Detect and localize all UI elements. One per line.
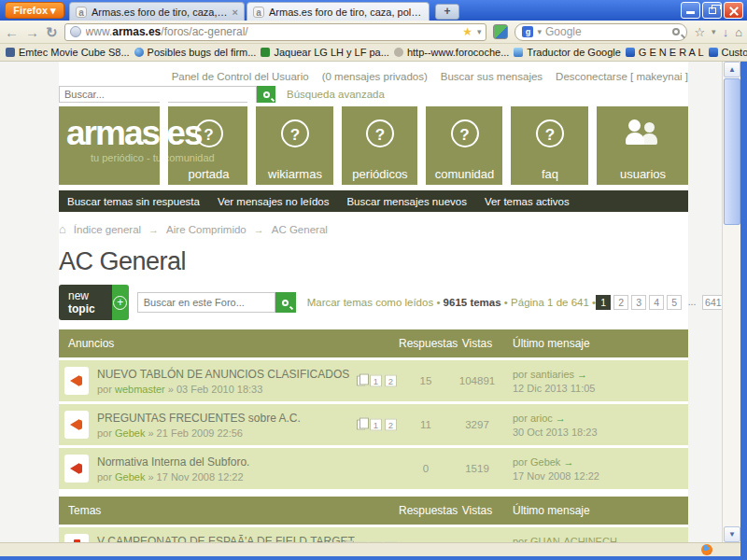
pagination-page[interactable]: 3 — [631, 295, 646, 310]
breadcrumb-link[interactable]: Índice general — [74, 224, 141, 235]
logout-link[interactable]: Desconectarse [ makeynai ] — [556, 71, 688, 82]
topic-meta: por Gebek » 21 Feb 2009 22:56 — [97, 427, 399, 439]
last-post-date: 17 Nov 2008 12:22 — [513, 470, 679, 482]
last-post-author[interactable]: por santiaries — [513, 369, 574, 380]
bookmark-item[interactable]: Jaquear LG LH y LF pa... — [261, 47, 389, 58]
home-icon[interactable]: ⌂ — [735, 25, 742, 39]
extension-icon[interactable] — [493, 24, 508, 39]
url-text[interactable]: www.armas.es/foros/ac-general/ — [86, 25, 458, 38]
nav-item-portada[interactable]: ? portada — [170, 106, 247, 185]
downloads-icon[interactable]: ↓ — [723, 25, 729, 39]
forum-search — [137, 292, 296, 313]
new-topic-plus-button[interactable]: + — [112, 285, 129, 320]
search-engine-dropdown-icon[interactable]: ▾ — [537, 27, 542, 36]
pagination-page[interactable]: 2 — [613, 295, 628, 310]
search-icon[interactable] — [672, 28, 680, 35]
pagination-page[interactable]: 4 — [649, 295, 664, 310]
tab-close-icon[interactable]: × — [233, 7, 238, 18]
bookmark-item[interactable]: http--www.forocoche... — [394, 47, 509, 58]
pagination-page[interactable]: 5 — [667, 295, 682, 310]
scroll-up-icon[interactable]: ▲ — [724, 62, 740, 77]
plus-icon: + — [113, 296, 127, 310]
url-bar[interactable]: www.armas.es/foros/ac-general/ ★ ▾ — [64, 23, 487, 41]
pagination-page[interactable]: 641 — [702, 295, 722, 310]
new-tab-button[interactable]: + — [435, 4, 459, 20]
new-topic-button[interactable]: new topic + — [59, 285, 129, 320]
unanswered-topics-link[interactable]: Buscar temas sin respuesta — [67, 196, 200, 207]
breadcrumb-link[interactable]: Aire Comprimido — [166, 224, 247, 235]
unread-messages-link[interactable]: Ver mensajes no leídos — [218, 196, 330, 207]
navigation-toolbar: ← → ↻ www.armas.es/foros/ac-general/ ★ ▾… — [0, 21, 747, 44]
goto-last-post-icon[interactable]: → — [620, 536, 630, 543]
page-number-button[interactable]: 2 — [385, 419, 397, 431]
table-row[interactable]: NUEVO TABLÓN DE ANUNCIOS CLASIFICADOS po… — [59, 360, 688, 401]
new-messages-link[interactable]: Buscar mensajes nuevos — [346, 196, 466, 207]
bookmark-item[interactable]: Traductor de Google — [514, 47, 620, 58]
page-number-button[interactable]: 1 — [370, 375, 382, 387]
restore-button[interactable] — [702, 2, 722, 19]
banner-divider — [247, 101, 256, 190]
browser-tab-2-active[interactable]: a Armas.es foro de tiro, caza, policial,… — [247, 2, 430, 21]
back-icon[interactable]: ← — [5, 25, 19, 39]
pagination-page-current[interactable]: 1 — [596, 295, 611, 310]
bookmark-favicon-icon — [261, 48, 270, 57]
bookmarks-dropdown-icon[interactable]: ▾ — [712, 27, 716, 36]
goto-last-post-icon[interactable]: → — [556, 413, 566, 424]
scrollbar-thumb[interactable] — [724, 78, 740, 225]
last-post-author[interactable]: por GUAN-ACHINECH — [513, 536, 617, 543]
mark-read-link[interactable]: Marcar temas como leídos — [307, 297, 434, 308]
firefox-status-icon[interactable] — [701, 544, 712, 555]
refresh-icon[interactable]: ↻ — [46, 25, 58, 39]
topic-title[interactable]: Normativa Interna del Subforo. — [97, 455, 399, 469]
close-button[interactable] — [724, 2, 743, 19]
bookmark-star-icon[interactable]: ★ — [462, 25, 472, 38]
search-own-messages-link[interactable]: Buscar sus mensajes — [441, 71, 543, 82]
nav-item-usuarios[interactable]: usuarios — [598, 106, 688, 185]
minimize-button[interactable] — [681, 2, 700, 19]
scroll-down-icon[interactable]: ▼ — [724, 526, 740, 542]
user-control-panel-link[interactable]: Panel de Control del Usuario — [172, 71, 309, 82]
bookmark-item[interactable]: G E N E R A L — [626, 47, 704, 58]
last-post-author[interactable]: por arioc — [513, 413, 553, 424]
table-row[interactable]: V CAMPEONATO DE ESPAÃ'A DE FIELD TARGET … — [59, 527, 688, 542]
table-row[interactable]: Normativa Interna del Subforo. por Gebek… — [59, 448, 688, 489]
quick-search-button[interactable] — [257, 86, 275, 103]
page-number-button[interactable]: 2 — [385, 375, 397, 387]
goto-last-post-icon[interactable]: → — [577, 369, 587, 380]
url-dropdown-icon[interactable]: ▾ — [477, 27, 482, 36]
forward-icon[interactable]: → — [25, 25, 39, 39]
firefox-menu-button[interactable]: Firefox ▾ — [5, 2, 64, 19]
forum-search-button[interactable] — [275, 292, 296, 313]
browser-tab-1[interactable]: a Armas.es foro de tiro, caza, policial,… — [69, 2, 245, 21]
home-icon[interactable]: ⌂ — [59, 222, 66, 236]
bookmarks-widget-icon[interactable]: ☆ — [694, 25, 705, 39]
topic-title[interactable]: PREGUNTAS FRECUENTES sobre A.C. — [97, 412, 399, 425]
goto-last-post-icon[interactable]: → — [563, 456, 573, 468]
breadcrumb-current[interactable]: AC General — [272, 224, 328, 235]
author-link[interactable]: webmaster — [115, 384, 165, 395]
page-jump: 1 2 — [357, 375, 397, 387]
nav-item-faq[interactable]: ? faq — [512, 106, 588, 185]
topic-title[interactable]: NUEVO TABLÓN DE ANUNCIOS CLASIFICADOS — [97, 368, 399, 381]
bookmark-item[interactable]: Customización y Bricol... — [709, 47, 747, 58]
author-link[interactable]: Gebek — [115, 427, 145, 439]
table-row[interactable]: PREGUNTAS FRECUENTES sobre A.C. por Gebe… — [59, 404, 688, 445]
web-search-box[interactable]: g ▾ Google — [514, 23, 687, 41]
quick-search-input[interactable] — [59, 86, 257, 103]
advanced-search-link[interactable]: Búsqueda avanzada — [287, 89, 385, 100]
private-messages-link[interactable]: (0 mensajes privados) — [322, 71, 428, 82]
forum-search-input[interactable] — [137, 292, 275, 313]
active-topics-link[interactable]: Ver temas activos — [485, 196, 570, 207]
last-post-author[interactable]: por Gebek — [513, 456, 560, 468]
page-number-button[interactable]: 1 — [370, 419, 382, 431]
nav-item-periodicos[interactable]: ? periódicos — [343, 106, 417, 185]
vertical-scrollbar[interactable]: ▲ ▼ — [722, 62, 740, 542]
sticky-topic-icon — [64, 534, 89, 542]
bookmark-item[interactable]: Posibles bugs del firm... — [134, 47, 257, 58]
topics-meta: Marcar temas como leídos • 9615 temas • … — [307, 297, 596, 308]
banner-divider — [417, 101, 426, 190]
nav-item-comunidad[interactable]: ? comunidad — [427, 106, 502, 185]
bookmark-item[interactable]: Emtec Movie Cube S8... — [6, 47, 130, 58]
nav-item-wikiarmas[interactable]: ? wikiarmas — [257, 106, 333, 185]
author-link[interactable]: Gebek — [115, 471, 145, 483]
